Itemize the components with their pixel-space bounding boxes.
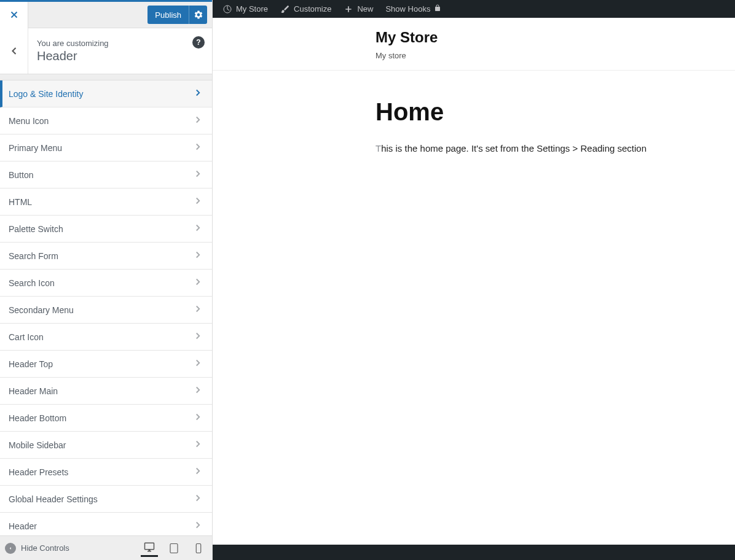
svg-rect-0 xyxy=(170,543,178,553)
menu-item-label: Header Bottom xyxy=(9,413,66,423)
preview-footer xyxy=(213,545,735,560)
menu-item-global-header-settings[interactable]: Global Header Settings xyxy=(0,486,212,513)
close-button[interactable] xyxy=(0,2,28,28)
menu-item-menu-icon[interactable]: Menu Icon xyxy=(0,107,212,134)
preview-content: My Store My store Home This is the home … xyxy=(213,18,735,545)
menu-item-label: Search Icon xyxy=(9,278,55,288)
menu-item-logo-site-identity[interactable]: Logo & Site Identity xyxy=(0,80,212,107)
customizer-sidebar: Publish You are customizing Header ? Log… xyxy=(0,0,213,560)
site-tagline: My store xyxy=(375,51,735,60)
chevron-right-icon xyxy=(192,276,203,289)
chevron-right-icon xyxy=(192,492,203,505)
gear-icon xyxy=(194,10,203,20)
sidebar-topbar: Publish xyxy=(0,0,212,28)
breadcrumb-label: You are customizing xyxy=(37,39,184,48)
desktop-icon xyxy=(144,542,155,553)
menu-item-header-bottom[interactable]: Header Bottom xyxy=(0,405,212,432)
menu-item-label: Header Main xyxy=(9,386,58,396)
chevron-right-icon xyxy=(192,411,203,424)
preview-pane: My Store Customize New Show Hooks My St xyxy=(213,0,735,560)
chevron-right-icon xyxy=(192,195,203,208)
close-icon xyxy=(9,9,20,20)
chevron-right-icon xyxy=(192,222,203,235)
help-button[interactable]: ? xyxy=(192,36,205,49)
menu-item-mobile-sidebar[interactable]: Mobile Sidebar xyxy=(0,432,212,459)
breadcrumb-title: Header xyxy=(37,49,184,63)
menu-item-button[interactable]: Button xyxy=(0,161,212,189)
hide-controls-button[interactable]: Hide Controls xyxy=(5,543,69,554)
menu-item-cart-icon[interactable]: Cart Icon xyxy=(0,324,212,351)
menu-item-label: Cart Icon xyxy=(9,332,44,342)
page-body: This is the home page. It's set from the… xyxy=(375,143,735,154)
chevron-right-icon xyxy=(192,465,203,478)
menu-item-label: Primary Menu xyxy=(9,143,62,153)
page-title: Home xyxy=(375,98,735,126)
device-tablet-button[interactable] xyxy=(165,540,183,557)
admin-customize-link[interactable]: Customize xyxy=(275,0,336,18)
admin-site-link[interactable]: My Store xyxy=(218,0,273,18)
menu-item-primary-menu[interactable]: Primary Menu xyxy=(0,134,212,161)
publish-settings-button[interactable] xyxy=(189,6,207,24)
menu-list: Logo & Site IdentityMenu IconPrimary Men… xyxy=(0,74,212,535)
tablet-icon xyxy=(168,543,179,554)
menu-item-label: Palette Switch xyxy=(9,224,63,234)
menu-item-header-presets[interactable]: Header Presets xyxy=(0,459,212,486)
menu-item-header-top[interactable]: Header Top xyxy=(0,351,212,378)
menu-item-label: Search Form xyxy=(9,251,58,261)
collapse-icon xyxy=(5,543,16,554)
mobile-icon xyxy=(193,543,204,554)
plus-icon xyxy=(344,4,353,14)
device-desktop-button[interactable] xyxy=(141,540,158,557)
publish-button[interactable]: Publish xyxy=(147,6,189,24)
menu-item-header[interactable]: Header xyxy=(0,513,212,535)
menu-item-label: Mobile Sidebar xyxy=(9,440,66,450)
chevron-right-icon xyxy=(192,438,203,451)
menu-item-label: Menu Icon xyxy=(9,116,49,126)
chevron-right-icon xyxy=(192,357,203,370)
menu-item-label: Header Presets xyxy=(9,467,68,477)
menu-item-html[interactable]: HTML xyxy=(0,189,212,216)
dashboard-icon xyxy=(222,4,232,14)
site-header: My Store My store xyxy=(213,18,735,71)
menu-item-label: Global Header Settings xyxy=(9,494,98,504)
chevron-left-icon xyxy=(8,45,20,57)
admin-bar: My Store Customize New Show Hooks xyxy=(213,0,735,18)
chevron-right-icon xyxy=(192,114,203,127)
chevron-right-icon xyxy=(192,330,203,343)
menu-item-label: Button xyxy=(9,170,33,180)
menu-item-label: Header Top xyxy=(9,359,53,369)
menu-item-palette-switch[interactable]: Palette Switch xyxy=(0,216,212,243)
chevron-right-icon xyxy=(192,141,203,154)
back-button[interactable] xyxy=(0,28,28,74)
hide-controls-label: Hide Controls xyxy=(21,543,69,553)
admin-show-hooks-link[interactable]: Show Hooks xyxy=(380,0,446,18)
chevron-right-icon xyxy=(192,519,203,532)
chevron-right-icon xyxy=(192,87,203,100)
site-title[interactable]: My Store xyxy=(375,29,735,46)
chevron-right-icon xyxy=(192,249,203,262)
sidebar-footer: Hide Controls xyxy=(0,535,212,560)
breadcrumb: You are customizing Header ? xyxy=(0,28,212,74)
menu-item-search-form[interactable]: Search Form xyxy=(0,243,212,270)
chevron-right-icon xyxy=(192,384,203,397)
brush-icon xyxy=(280,4,290,14)
device-mobile-button[interactable] xyxy=(190,540,207,557)
menu-item-label: Header xyxy=(9,521,37,531)
chevron-right-icon xyxy=(192,168,203,181)
svg-rect-2 xyxy=(196,543,201,553)
menu-item-label: HTML xyxy=(9,197,32,207)
menu-item-label: Secondary Menu xyxy=(9,305,74,315)
menu-item-secondary-menu[interactable]: Secondary Menu xyxy=(0,297,212,324)
chevron-right-icon xyxy=(192,303,203,316)
lock-icon xyxy=(434,4,441,14)
menu-item-header-main[interactable]: Header Main xyxy=(0,378,212,405)
menu-item-search-icon[interactable]: Search Icon xyxy=(0,270,212,297)
menu-item-label: Logo & Site Identity xyxy=(9,89,83,99)
admin-new-link[interactable]: New xyxy=(339,0,378,18)
